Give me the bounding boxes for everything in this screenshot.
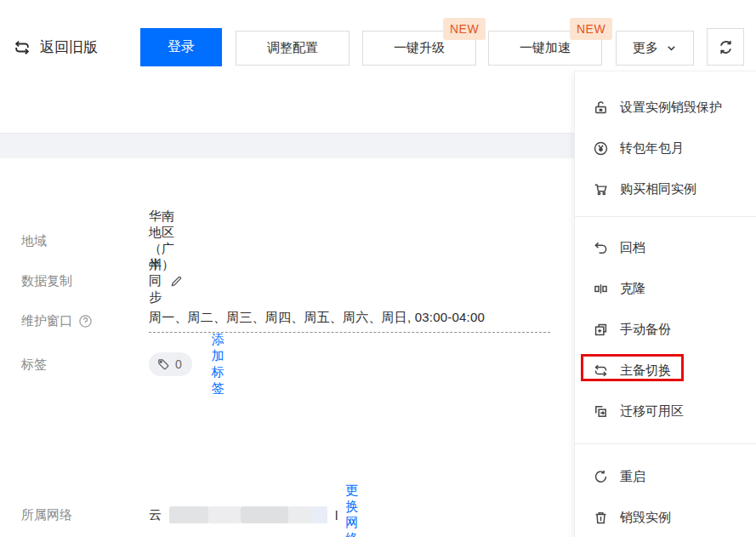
adjust-config-button[interactable]: 调整配置 — [236, 31, 350, 66]
menu-item-migrate-az[interactable]: 迁移可用区 — [575, 391, 756, 431]
new-badge-accelerate: NEW — [570, 18, 612, 40]
menu-item-label: 销毁实例 — [620, 510, 671, 526]
tag-count-pill[interactable]: 0 — [149, 352, 192, 376]
redacted-network-value — [169, 506, 327, 523]
replication-label: 数据复制 — [21, 273, 140, 289]
menu-divider — [575, 443, 756, 444]
menu-item-label: 购买相同实例 — [620, 181, 696, 197]
network-value-suffix: l — [335, 508, 338, 523]
rollback-icon — [593, 240, 609, 256]
refresh-icon — [717, 38, 735, 56]
menu-item-convert-billing[interactable]: 转包年包月 — [575, 128, 756, 169]
menu-item-restart[interactable]: 重启 — [575, 456, 756, 497]
menu-item-label: 手动备份 — [620, 322, 671, 338]
maintenance-window-value[interactable]: 周一、周二、周三、周四、周五、周六、周日, 03:00-04:00 — [149, 310, 550, 333]
more-dropdown-menu: 设置实例销毁保护 转包年包月 购买相同实例 回档 — [574, 71, 756, 537]
menu-item-label: 转包年包月 — [620, 140, 684, 157]
menu-item-label: 重启 — [620, 469, 645, 485]
tags-label: 标签 — [21, 357, 140, 373]
menu-item-destroy-instance[interactable]: 销毁实例 — [575, 497, 756, 537]
menu-item-clone[interactable]: 克隆 — [575, 268, 756, 309]
add-tag-link[interactable]: 添加标签 — [212, 332, 225, 397]
menu-item-label: 克隆 — [620, 281, 645, 297]
menu-item-buy-same-instance[interactable]: 购买相同实例 — [575, 169, 756, 209]
trash-icon — [593, 510, 609, 526]
menu-item-label: 设置实例销毁保护 — [620, 100, 722, 116]
more-dropdown-button[interactable]: 更多 — [616, 31, 694, 66]
back-to-old-version-link[interactable]: 返回旧版 — [13, 37, 98, 57]
chevron-down-icon — [666, 43, 677, 54]
change-network-link[interactable]: 更换网络 — [345, 483, 358, 537]
menu-item-label: 迁移可用区 — [620, 403, 684, 420]
swap-icon — [593, 363, 609, 379]
menu-item-rollback[interactable]: 回档 — [575, 227, 756, 268]
back-link-label: 返回旧版 — [40, 37, 98, 57]
new-badge-upgrade: NEW — [443, 18, 486, 40]
menu-item-manual-backup[interactable]: 手动备份 — [575, 309, 756, 350]
restart-icon — [593, 469, 609, 485]
swap-arrows-icon — [13, 38, 31, 57]
refresh-button[interactable] — [707, 28, 744, 66]
menu-item-destroy-protection[interactable]: 设置实例销毁保护 — [575, 87, 756, 128]
tag-icon — [156, 357, 170, 371]
login-button[interactable]: 登录 — [140, 28, 222, 66]
help-icon[interactable] — [78, 314, 93, 328]
menu-item-primary-secondary-switch[interactable]: 主备切换 — [575, 350, 756, 391]
cart-icon — [593, 181, 609, 197]
more-button-label: 更多 — [633, 40, 658, 56]
tag-count: 0 — [175, 357, 182, 371]
network-value-prefix: 云 — [149, 507, 162, 523]
edit-pencil-icon[interactable] — [169, 274, 184, 288]
clone-icon — [593, 281, 609, 297]
yen-circle-icon — [593, 140, 609, 157]
menu-item-label: 回档 — [620, 240, 645, 256]
menu-divider — [575, 216, 756, 217]
replication-value: 半同步 — [149, 257, 162, 306]
migrate-icon — [593, 403, 609, 420]
backup-icon — [593, 322, 609, 338]
region-label: 地域 — [21, 233, 140, 249]
network-label: 所属网络 — [21, 507, 140, 523]
maintenance-label: 维护窗口 — [21, 313, 72, 329]
unlock-icon — [593, 100, 609, 116]
menu-item-label: 主备切换 — [620, 363, 671, 379]
